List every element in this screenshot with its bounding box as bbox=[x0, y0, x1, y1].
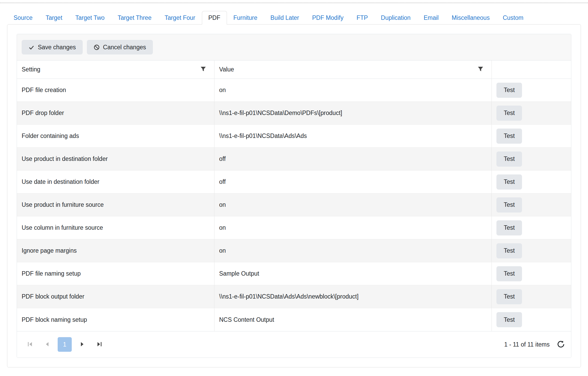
grid-body: PDF file creation on Test PDF drop folde… bbox=[17, 79, 571, 331]
page: Source Target Target Two Target Three Ta… bbox=[0, 11, 588, 367]
tabstrip: Source Target Target Two Target Three Ta… bbox=[7, 11, 581, 24]
grid-toolbar: Save changes Cancel changes bbox=[17, 34, 571, 60]
value-cell: on bbox=[214, 216, 491, 239]
table-row: Ignore page margins on Test bbox=[17, 239, 571, 262]
first-page-button[interactable] bbox=[23, 338, 37, 351]
tab-target-four[interactable]: Target Four bbox=[158, 11, 202, 25]
value-cell: off bbox=[214, 148, 491, 170]
tab-email[interactable]: Email bbox=[417, 11, 445, 25]
check-icon bbox=[28, 44, 34, 50]
test-button[interactable]: Test bbox=[496, 220, 522, 235]
cancel-changes-label: Cancel changes bbox=[103, 44, 146, 51]
column-header-action bbox=[491, 60, 571, 78]
test-button[interactable]: Test bbox=[496, 151, 522, 167]
last-page-button[interactable] bbox=[93, 338, 106, 351]
cancel-changes-button[interactable]: Cancel changes bbox=[87, 40, 153, 54]
table-row: PDF block output folder \\ns1-e-fil-p01\… bbox=[17, 285, 571, 308]
test-button[interactable]: Test bbox=[496, 83, 522, 98]
setting-cell: PDF file creation bbox=[17, 79, 214, 101]
table-row: PDF file creation on Test bbox=[17, 79, 571, 102]
test-button[interactable]: Test bbox=[496, 289, 522, 304]
tab-duplication[interactable]: Duplication bbox=[374, 11, 417, 25]
action-cell: Test bbox=[491, 79, 571, 101]
test-button[interactable]: Test bbox=[496, 197, 522, 213]
cancel-icon bbox=[94, 44, 100, 50]
column-header-value-label: Value bbox=[219, 66, 476, 73]
page-number-button[interactable]: 1 bbox=[58, 337, 72, 352]
save-changes-label: Save changes bbox=[38, 44, 76, 51]
next-page-button[interactable] bbox=[75, 338, 89, 351]
test-button[interactable]: Test bbox=[496, 174, 522, 190]
tab-pdf[interactable]: PDF bbox=[202, 11, 227, 25]
top-dotted-border bbox=[0, 3, 588, 3]
pager-right: 1 - 11 of 11 items bbox=[504, 340, 565, 349]
setting-cell: PDF file naming setup bbox=[17, 262, 214, 285]
action-cell: Test bbox=[491, 262, 571, 285]
next-page-icon bbox=[79, 341, 86, 348]
table-row: Folder containing ads \\ns1-e-fil-p01\NC… bbox=[17, 125, 571, 148]
test-button[interactable]: Test bbox=[496, 312, 522, 327]
grid-header: Setting Value bbox=[17, 60, 571, 79]
value-cell: NCS Content Output bbox=[214, 308, 491, 331]
table-row: PDF file naming setup Sample Output Test bbox=[17, 262, 571, 285]
action-cell: Test bbox=[491, 216, 571, 239]
tab-pdf-modify[interactable]: PDF Modify bbox=[306, 11, 350, 25]
column-header-setting-label: Setting bbox=[22, 66, 199, 73]
setting-cell: PDF block naming setup bbox=[17, 308, 214, 331]
tab-target[interactable]: Target bbox=[39, 11, 69, 25]
value-cell: Sample Output bbox=[214, 262, 491, 285]
setting-cell: Use date in destination folder bbox=[17, 171, 214, 193]
refresh-icon bbox=[557, 340, 565, 349]
value-cell: on bbox=[214, 79, 491, 101]
action-cell: Test bbox=[491, 239, 571, 262]
pager: 1 1 - 11 of 11 items bbox=[17, 331, 571, 357]
tab-target-three[interactable]: Target Three bbox=[111, 11, 158, 25]
tab-miscellaneous[interactable]: Miscellaneous bbox=[445, 11, 496, 25]
test-button[interactable]: Test bbox=[496, 243, 522, 258]
pager-info: 1 - 11 of 11 items bbox=[504, 341, 550, 348]
tab-source[interactable]: Source bbox=[7, 11, 39, 25]
action-cell: Test bbox=[491, 102, 571, 124]
value-filter-button[interactable] bbox=[476, 64, 485, 75]
tab-build-later[interactable]: Build Later bbox=[264, 11, 306, 25]
column-header-value: Value bbox=[214, 60, 491, 78]
previous-page-icon bbox=[44, 341, 51, 348]
table-row: Use date in destination folder off Test bbox=[17, 171, 571, 193]
value-cell: on bbox=[214, 193, 491, 216]
test-button[interactable]: Test bbox=[496, 106, 522, 121]
table-row: Use product in destination folder off Te… bbox=[17, 148, 571, 171]
save-changes-button[interactable]: Save changes bbox=[22, 40, 83, 54]
refresh-button[interactable] bbox=[557, 340, 565, 349]
first-page-icon bbox=[27, 341, 33, 348]
setting-cell: Ignore page margins bbox=[17, 239, 214, 262]
column-header-setting: Setting bbox=[17, 60, 214, 78]
value-cell: off bbox=[214, 171, 491, 193]
tab-custom[interactable]: Custom bbox=[496, 11, 530, 25]
setting-cell: Use product in furniture source bbox=[17, 193, 214, 216]
table-row: Use column in furniture source on Test bbox=[17, 216, 571, 239]
previous-page-button[interactable] bbox=[40, 338, 54, 351]
setting-cell: PDF block output folder bbox=[17, 285, 214, 308]
filter-icon bbox=[200, 66, 206, 73]
action-cell: Test bbox=[491, 148, 571, 170]
action-cell: Test bbox=[491, 193, 571, 216]
value-cell: \\ns1-e-fil-p01\NCSData\Ads\Ads\newblock… bbox=[214, 285, 491, 308]
action-cell: Test bbox=[491, 171, 571, 193]
table-row: PDF drop folder \\ns1-e-fil-p01\NCSData\… bbox=[17, 102, 571, 125]
tab-furniture[interactable]: Furniture bbox=[227, 11, 264, 25]
setting-cell: Folder containing ads bbox=[17, 125, 214, 147]
table-row: PDF block naming setup NCS Content Outpu… bbox=[17, 308, 571, 331]
test-button[interactable]: Test bbox=[496, 129, 522, 144]
filter-icon bbox=[477, 66, 484, 73]
tab-ftp[interactable]: FTP bbox=[350, 11, 374, 25]
table-row: Use product in furniture source on Test bbox=[17, 193, 571, 216]
action-cell: Test bbox=[491, 285, 571, 308]
setting-filter-button[interactable] bbox=[199, 64, 208, 75]
action-cell: Test bbox=[491, 125, 571, 147]
tab-target-two[interactable]: Target Two bbox=[69, 11, 111, 25]
last-page-icon bbox=[96, 341, 103, 348]
test-button[interactable]: Test bbox=[496, 266, 522, 281]
action-cell: Test bbox=[491, 308, 571, 331]
setting-cell: PDF drop folder bbox=[17, 102, 214, 124]
value-cell: on bbox=[214, 239, 491, 262]
